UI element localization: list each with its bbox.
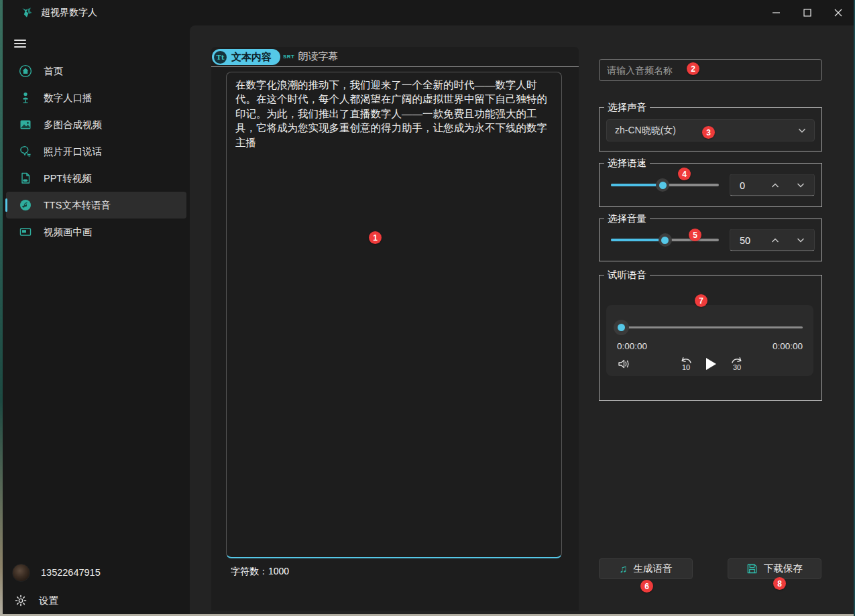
speed-slider-thumb[interactable] bbox=[656, 178, 669, 192]
save-icon bbox=[746, 563, 758, 574]
maximize-button[interactable] bbox=[792, 0, 823, 25]
speed-group: 选择语速 0 bbox=[599, 163, 822, 207]
char-count-value: 1000 bbox=[268, 566, 289, 576]
talking-photo-icon bbox=[19, 145, 32, 158]
sidebar-item-tts[interactable]: TTS文本转语音 bbox=[6, 192, 186, 219]
desktop: 超视界数字人 bbox=[0, 0, 855, 616]
annotation-badge-2: 2 bbox=[687, 62, 699, 75]
preview-group-legend: 试听语音 bbox=[604, 269, 650, 282]
speed-slider[interactable] bbox=[611, 178, 719, 192]
playback-progress-bar[interactable] bbox=[628, 326, 803, 328]
audio-name-input[interactable] bbox=[599, 59, 822, 81]
speed-value: 0 bbox=[740, 180, 745, 190]
sidebar-item-digital-human[interactable]: 数字人口播 bbox=[6, 84, 186, 111]
sidebar-item-label: 照片开口说话 bbox=[44, 145, 102, 158]
chevron-down-icon bbox=[798, 128, 806, 133]
volume-increase-button[interactable] bbox=[766, 230, 785, 251]
settings-label: 设置 bbox=[39, 595, 58, 607]
sidebar-item-pip[interactable]: 视频画中画 bbox=[6, 219, 186, 245]
sidebar-nav: 首页 数字人口播 bbox=[3, 58, 190, 245]
app-logo-icon bbox=[20, 6, 34, 19]
volume-value: 50 bbox=[740, 235, 750, 245]
char-count: 字符数：1000 bbox=[231, 566, 289, 578]
gear-icon bbox=[15, 595, 27, 607]
tab-label: 朗读字幕 bbox=[298, 50, 339, 63]
volume-slider-thumb[interactable] bbox=[659, 233, 672, 247]
download-button-label: 下载保存 bbox=[764, 562, 803, 575]
skip-back-10-button[interactable]: 10 bbox=[677, 355, 695, 373]
sidebar-item-label: TTS文本转语音 bbox=[44, 199, 111, 212]
sidebar-item-label: PPT转视频 bbox=[44, 172, 92, 185]
sidebar-item-label: 多图合成视频 bbox=[44, 119, 102, 131]
sidebar-item-ppt-to-video[interactable]: PPT转视频 bbox=[6, 165, 186, 192]
annotation-badge-6: 6 bbox=[640, 580, 653, 593]
images-icon bbox=[19, 118, 32, 131]
close-icon bbox=[834, 9, 842, 17]
sidebar-item-talking-photo[interactable]: 照片开口说话 bbox=[6, 138, 186, 165]
speed-spinner[interactable]: 0 bbox=[730, 174, 815, 196]
hamburger-menu-button[interactable] bbox=[14, 38, 26, 50]
window-controls bbox=[761, 0, 854, 25]
voice-group-legend: 选择声音 bbox=[604, 101, 650, 114]
skip-forward-30-icon: 30 bbox=[728, 355, 746, 373]
sidebar-item-home[interactable]: 首页 bbox=[6, 58, 186, 84]
skip-forward-30-button[interactable]: 30 bbox=[728, 355, 746, 373]
char-count-label: 字符数： bbox=[231, 566, 268, 576]
volume-decrease-button[interactable] bbox=[791, 230, 810, 251]
tab-text-content[interactable]: Tt 文本内容 bbox=[212, 49, 280, 65]
account-phone: 13522647915 bbox=[41, 567, 101, 578]
annotation-badge-5: 5 bbox=[689, 229, 701, 241]
annotation-badge-7: 7 bbox=[695, 294, 707, 307]
preview-group: 试听语音 0:00:00 0:00:00 bbox=[599, 275, 822, 401]
minimize-button[interactable] bbox=[761, 0, 792, 25]
speed-group-legend: 选择语速 bbox=[604, 157, 650, 170]
app-window: 超视界数字人 bbox=[3, 0, 854, 614]
sidebar-item-label: 视频画中画 bbox=[44, 226, 93, 239]
play-button[interactable] bbox=[704, 355, 718, 373]
current-time: 0:00:00 bbox=[617, 341, 647, 351]
app-title: 超视界数字人 bbox=[41, 7, 97, 19]
tabbar: Tt 文本内容 SRT 朗读字幕 bbox=[211, 47, 579, 67]
text-editor-card: Tt 文本内容 SRT 朗读字幕 在数字化浪潮的推动下，我们迎来了一个全新的时代… bbox=[211, 47, 579, 611]
volume-group-legend: 选择音量 bbox=[604, 212, 650, 225]
annotation-badge-3: 3 bbox=[702, 126, 715, 139]
volume-slider[interactable] bbox=[611, 233, 719, 247]
svg-text:30: 30 bbox=[733, 363, 741, 371]
volume-button[interactable] bbox=[617, 355, 632, 373]
sidebar-item-settings[interactable]: 设置 bbox=[3, 587, 190, 614]
titlebar: 超视界数字人 bbox=[3, 0, 854, 25]
volume-group: 选择音量 50 bbox=[599, 219, 822, 261]
srt-icon: SRT bbox=[283, 54, 295, 60]
total-time: 0:00:00 bbox=[773, 341, 803, 351]
playback-progress-thumb[interactable] bbox=[614, 320, 629, 335]
audio-player: 0:00:00 0:00:00 bbox=[606, 305, 813, 376]
home-icon bbox=[19, 64, 32, 78]
skip-back-10-icon: 10 bbox=[677, 355, 695, 373]
speed-decrease-button[interactable] bbox=[791, 175, 810, 196]
speaker-icon bbox=[617, 357, 632, 371]
volume-spinner[interactable]: 50 bbox=[730, 229, 815, 251]
svg-text:10: 10 bbox=[682, 363, 690, 371]
annotation-badge-1: 1 bbox=[369, 231, 382, 244]
speed-increase-button[interactable] bbox=[766, 175, 785, 196]
annotation-badge-8: 8 bbox=[773, 577, 786, 590]
tts-music-icon bbox=[19, 198, 32, 212]
sidebar-item-label: 首页 bbox=[44, 65, 63, 78]
digital-human-icon bbox=[19, 91, 32, 105]
download-save-button[interactable]: 下载保存 bbox=[728, 558, 821, 579]
voice-selected-value: zh-CN晓晓(女) bbox=[615, 125, 676, 137]
close-button[interactable] bbox=[823, 0, 854, 25]
generate-audio-button[interactable]: ♫ 生成语音 bbox=[599, 558, 693, 579]
tts-text-input[interactable]: 在数字化浪潮的推动下，我们迎来了一个全新的时代——数字人时代。在这个时代，每个人… bbox=[226, 72, 562, 558]
pip-icon bbox=[19, 225, 32, 239]
avatar bbox=[12, 564, 30, 582]
maximize-icon bbox=[803, 9, 811, 17]
generate-button-label: 生成语音 bbox=[634, 562, 673, 575]
sidebar-item-label: 数字人口播 bbox=[44, 92, 93, 105]
account-row[interactable]: 13522647915 bbox=[3, 558, 190, 587]
text-content-icon: Tt bbox=[214, 51, 227, 64]
tab-reading-subtitles[interactable]: SRT 朗读字幕 bbox=[283, 50, 339, 63]
sidebar-item-multi-image-video[interactable]: 多图合成视频 bbox=[6, 111, 186, 138]
ppt-doc-icon bbox=[19, 172, 32, 185]
minimize-icon bbox=[773, 9, 781, 17]
